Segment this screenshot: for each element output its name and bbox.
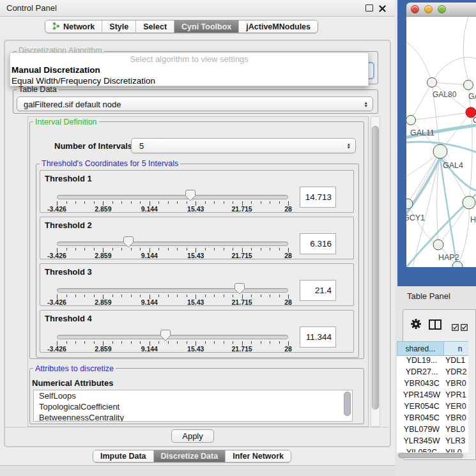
table-cell: YBL0 [445, 425, 468, 436]
table-row[interactable]: YDL19...YDL1 [397, 356, 468, 367]
number-of-intervals-select[interactable]: 5 ▲▼ [131, 138, 356, 153]
attribute-item-topologicalcoefficient[interactable]: TopologicalCoefficient [34, 401, 352, 412]
checkbox-checked-icon[interactable] [461, 322, 468, 334]
table-cell: YDL1 [445, 356, 468, 367]
table-cell: YPR1 [445, 390, 468, 402]
combo-arrows-icon: ▲▼ [364, 101, 368, 107]
slider-track[interactable] [57, 195, 288, 199]
table-cell: YIL052C [397, 448, 445, 452]
table-row[interactable]: YBR045CYBR0 [397, 413, 468, 425]
combo-arrows-icon: ▲▼ [347, 142, 351, 149]
node-gal4[interactable] [433, 144, 447, 158]
threshold-label: Threshold 1 [45, 174, 92, 183]
network-window-titlebar[interactable] [406, 3, 476, 17]
threshold-value-field[interactable]: 14.713 [300, 187, 336, 208]
table-data-selected-value: galFiltered.sif default node [24, 99, 121, 109]
tab-label: jActiveMNodules [246, 22, 311, 31]
table-data-select[interactable]: galFiltered.sif default node ▲▼ [17, 96, 373, 111]
control-panel: Control Panel NetworkStyleSelectCyni Too… [0, 0, 395, 476]
slider-track[interactable] [57, 335, 288, 339]
popup-options: Manual DiscretizationEqual Width/Frequen… [12, 65, 369, 86]
slider-track[interactable] [57, 288, 288, 293]
table-header: shared...n [397, 341, 468, 356]
table-row[interactable]: YPR145WYPR1 [397, 390, 468, 402]
table-cell: YDL19... [397, 356, 445, 367]
table-cell: YPR145W [397, 390, 445, 402]
table-row[interactable]: YLR345WYLR3 [397, 436, 468, 448]
table-row[interactable]: YER054CYER0 [397, 402, 468, 413]
numerical-attributes-list[interactable]: SelfLoopsTopologicalCoefficientBetweenne… [33, 390, 353, 422]
slider-track[interactable] [57, 242, 288, 246]
list-scrollbar-thumb[interactable] [344, 392, 351, 416]
network-nodes[interactable] [406, 78, 476, 268]
algorithm-dropdown-popup: Select algorithm to view settings Manual… [10, 52, 369, 86]
tab-style[interactable]: Style [102, 20, 136, 33]
label-gcy1: GCY1 [406, 213, 425, 222]
slider-thumb[interactable] [234, 283, 245, 295]
interval-definition-title: Interval Definition [33, 118, 99, 127]
checkbox-checked-icon[interactable] [452, 322, 459, 334]
gear-icon[interactable] [410, 318, 422, 332]
popup-option-manual-discretization[interactable]: Manual Discretization [12, 65, 369, 75]
network-labels: GAL80 GA C GAL11 GAL4 GCY1 H HAP2 [406, 90, 476, 262]
attribute-item-betweennesscentrality[interactable]: BetweennessCentrality [34, 412, 352, 422]
horizontal-scrollbar[interactable] [397, 453, 466, 458]
tab-discretize-data[interactable]: Discretize Data [154, 450, 226, 462]
table-row[interactable]: YIL052CYIL0 [397, 448, 468, 452]
label-hap2: HAP2 [438, 253, 459, 262]
table-panel: Table Panel shared...n YDL1 [395, 286, 476, 476]
table-cell: YBR0 [445, 379, 468, 390]
network-canvas[interactable]: GAL80 GA C GAL11 GAL4 GCY1 H HAP2 [406, 17, 476, 267]
tab-cyni-toolbox[interactable]: Cyni Toolbox [174, 20, 239, 33]
table-cell: YBR043C [397, 379, 445, 390]
tab-jactivemnodules[interactable]: jActiveMNodules [239, 20, 318, 33]
table-cell: YDR2 [445, 367, 468, 379]
slider-thumb[interactable] [185, 190, 196, 201]
close-traffic-light-icon[interactable] [411, 5, 419, 13]
tab-network[interactable]: Network [45, 20, 102, 33]
close-icon[interactable] [378, 4, 387, 15]
float-window-icon[interactable] [365, 4, 373, 12]
threshold-value-field[interactable]: 11.344 [300, 326, 336, 348]
node-h[interactable] [463, 196, 475, 209]
tab-select[interactable]: Select [136, 20, 174, 33]
table-data-group-title: Table Data [17, 85, 59, 94]
popup-hint: Select algorithm to view settings [10, 54, 368, 64]
table-row[interactable]: YDR27...YDR2 [397, 367, 468, 379]
scrollbar-thumb[interactable] [398, 453, 463, 458]
node-gal80[interactable] [427, 78, 437, 88]
tab-label: Discretize Data [161, 452, 219, 461]
attribute-item-selfloops[interactable]: SelfLoops [34, 390, 352, 401]
number-of-intervals-label: Number of Intervals [54, 141, 132, 151]
split-panel-icon[interactable] [429, 319, 441, 332]
column-header-shared[interactable]: shared... [397, 341, 443, 356]
network-icon [52, 22, 60, 32]
column-header-n[interactable]: n [443, 341, 468, 356]
slider-tick-labels: -3.4262.8599.14415.4321.71528 [57, 205, 288, 213]
separator [5, 427, 388, 427]
slider-thumb[interactable] [123, 236, 134, 248]
table-row[interactable]: YBR043CYBR0 [397, 379, 468, 390]
apply-button[interactable]: Apply [171, 429, 214, 443]
zoom-traffic-light-icon[interactable] [438, 5, 446, 13]
table-cell: YBL079W [397, 425, 445, 436]
threshold-value-field[interactable]: 6.316 [300, 233, 336, 254]
vertical-scrollbar[interactable] [371, 116, 380, 427]
slider-tick-labels: -3.4262.8599.14415.4321.71528 [57, 298, 288, 306]
label-ga: GA [468, 92, 476, 101]
panel-title: Control Panel [6, 3, 57, 13]
node[interactable] [464, 81, 473, 90]
node-hap2[interactable] [433, 240, 443, 250]
tab-infer-network[interactable]: Infer Network [226, 450, 291, 462]
slider-thumb[interactable] [160, 330, 171, 341]
minimize-traffic-light-icon[interactable] [424, 5, 433, 13]
tab-label: Infer Network [233, 452, 284, 461]
threshold-value-field[interactable]: 21.4 [300, 280, 336, 301]
node-gal11[interactable] [406, 116, 416, 125]
table-panel-title: Table Panel [407, 291, 450, 301]
popup-option-equal-width-frequency-discretization[interactable]: Equal Width/Frequency Discretization [12, 75, 369, 86]
attributes-group-title: Attributes to discretize [33, 364, 116, 373]
scrollbar-thumb[interactable] [372, 126, 379, 410]
tab-impute-data[interactable]: Impute Data [93, 450, 154, 462]
table-row[interactable]: YBL079WYBL0 [397, 425, 468, 436]
